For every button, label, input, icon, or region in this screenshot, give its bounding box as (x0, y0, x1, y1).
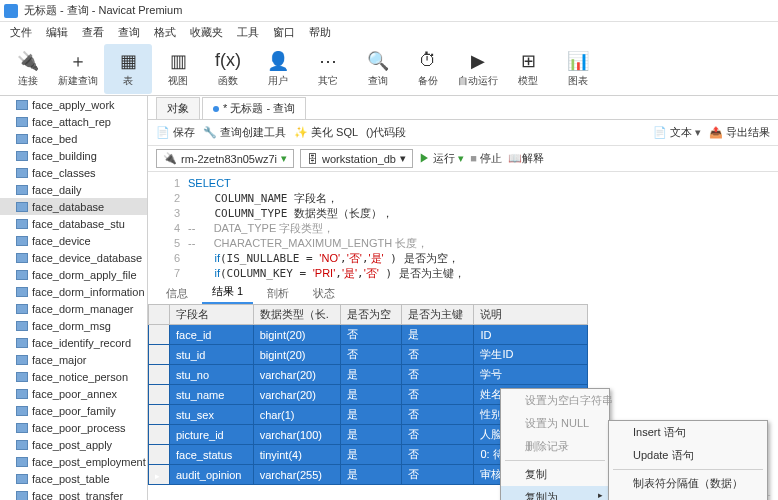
grid-cell[interactable]: 是 (401, 325, 474, 345)
grid-cell[interactable]: 否 (341, 345, 402, 365)
menu-item[interactable]: Update 语句 (609, 444, 767, 467)
tree-item[interactable]: face_device_database (0, 249, 147, 266)
grid-cell[interactable]: stu_sex (170, 405, 254, 425)
grid-cell[interactable]: 否 (401, 445, 474, 465)
grid-cell[interactable]: varchar(255) (253, 465, 340, 485)
toolbar-新建查询[interactable]: ＋新建查询 (54, 44, 102, 94)
run-button[interactable]: ▶ 运行 ▾ (419, 151, 464, 166)
grid-cell[interactable]: 学生ID (474, 345, 588, 365)
grid-cell[interactable]: 否 (341, 325, 402, 345)
menu-item[interactable]: 复制为 (501, 486, 609, 500)
grid-header[interactable]: 是否为空 (341, 305, 402, 325)
grid-cell[interactable]: 否 (401, 425, 474, 445)
tree-item[interactable]: face_poor_process (0, 419, 147, 436)
grid-cell[interactable]: bigint(20) (253, 325, 340, 345)
context-submenu[interactable]: Insert 语句Update 语句制表符分隔值（数据）制表符分隔值（字段名）制… (608, 420, 768, 500)
grid-cell[interactable]: 是 (341, 465, 402, 485)
tree-item[interactable]: face_post_transfer (0, 487, 147, 500)
menu-编辑[interactable]: 编辑 (40, 23, 74, 42)
grid-cell[interactable]: 否 (401, 385, 474, 405)
tree-item[interactable]: face_bed (0, 130, 147, 147)
tree-item[interactable]: face_dorm_information (0, 283, 147, 300)
grid-cell[interactable]: 是 (341, 365, 402, 385)
tree-item[interactable]: face_daily (0, 181, 147, 198)
menu-item[interactable]: Insert 语句 (609, 421, 767, 444)
grid-cell[interactable]: varchar(20) (253, 385, 340, 405)
toolbar-备份[interactable]: ⏱备份 (404, 44, 452, 94)
toolbar-自动运行[interactable]: ▶自动运行 (454, 44, 502, 94)
server-combo[interactable]: 🔌 rm-2zetn83n05wz7i ▾ (156, 149, 294, 168)
grid-header[interactable]: 字段名 (170, 305, 254, 325)
grid-cell[interactable]: 是 (341, 405, 402, 425)
grid-cell[interactable]: 否 (401, 345, 474, 365)
toolbar-其它[interactable]: ⋯其它 (304, 44, 352, 94)
grid-cell[interactable]: tinyint(4) (253, 445, 340, 465)
toolbar-函数[interactable]: f(x)函数 (204, 44, 252, 94)
export-button[interactable]: 📤导出结果 (709, 125, 770, 140)
text-mode[interactable]: 📄 文本 ▾ (653, 125, 701, 140)
grid-cell[interactable]: ID (474, 325, 588, 345)
tree-item[interactable]: face_identify_record (0, 334, 147, 351)
grid-cell[interactable]: face_id (170, 325, 254, 345)
menu-工具[interactable]: 工具 (231, 23, 265, 42)
grid-cell[interactable]: bigint(20) (253, 345, 340, 365)
snippet-button[interactable]: ()代码段 (366, 125, 406, 140)
tree-item[interactable]: face_notice_person (0, 368, 147, 385)
grid-cell[interactable]: 学号 (474, 365, 588, 385)
tree-item[interactable]: face_database_stu (0, 215, 147, 232)
tree-item[interactable]: face_apply_work (0, 96, 147, 113)
grid-cell[interactable]: char(1) (253, 405, 340, 425)
grid-cell[interactable]: stu_name (170, 385, 254, 405)
menu-item[interactable]: 制表符分隔值（字段名） (609, 495, 767, 500)
tree-item[interactable]: face_attach_rep (0, 113, 147, 130)
menu-item[interactable]: 复制 (501, 463, 609, 486)
tree-item[interactable]: face_dorm_apply_file (0, 266, 147, 283)
grid-header[interactable]: 数据类型（长. (253, 305, 340, 325)
grid-cell[interactable]: stu_id (170, 345, 254, 365)
toolbar-用户[interactable]: 👤用户 (254, 44, 302, 94)
menu-查看[interactable]: 查看 (76, 23, 110, 42)
tree-item[interactable]: face_poor_family (0, 402, 147, 419)
grid-cell[interactable]: 是 (341, 385, 402, 405)
toolbar-查询[interactable]: 🔍查询 (354, 44, 402, 94)
menu-文件[interactable]: 文件 (4, 23, 38, 42)
explain-button[interactable]: 📖解释 (508, 151, 544, 166)
query-builder-button[interactable]: 🔧 查询创建工具 (203, 125, 286, 140)
context-menu[interactable]: 设置为空白字符串设置为 NULL删除记录复制复制为粘贴显示 (500, 388, 610, 500)
database-combo[interactable]: 🗄 workstation_db ▾ (300, 149, 413, 168)
tree-item[interactable]: face_building (0, 147, 147, 164)
toolbar-连接[interactable]: 🔌连接 (4, 44, 52, 94)
tree-item[interactable]: face_post_table (0, 470, 147, 487)
tree-item[interactable]: face_post_employment (0, 453, 147, 470)
menu-格式[interactable]: 格式 (148, 23, 182, 42)
grid-cell[interactable]: varchar(20) (253, 365, 340, 385)
menu-收藏夹[interactable]: 收藏夹 (184, 23, 229, 42)
result-tab[interactable]: 状态 (303, 283, 345, 304)
grid-cell[interactable]: 是 (341, 425, 402, 445)
menu-item[interactable]: 制表符分隔值（数据） (609, 472, 767, 495)
grid-cell[interactable]: face_status (170, 445, 254, 465)
result-tab[interactable]: 结果 1 (202, 281, 253, 304)
tree-item[interactable]: face_poor_annex (0, 385, 147, 402)
grid-cell[interactable]: 否 (401, 405, 474, 425)
toolbar-图表[interactable]: 📊图表 (554, 44, 602, 94)
grid-cell[interactable]: varchar(100) (253, 425, 340, 445)
menu-查询[interactable]: 查询 (112, 23, 146, 42)
tree-item[interactable]: face_device (0, 232, 147, 249)
sql-editor[interactable]: 1SELECT 2 COLUMN_NAME 字段名， 3 COLUMN_TYPE… (148, 172, 778, 282)
grid-cell[interactable]: 否 (401, 365, 474, 385)
tree-item[interactable]: face_major (0, 351, 147, 368)
tab[interactable]: 对象 (156, 97, 200, 119)
toolbar-视图[interactable]: ▥视图 (154, 44, 202, 94)
tree-item[interactable]: face_classes (0, 164, 147, 181)
grid-cell[interactable]: 否 (401, 465, 474, 485)
grid-cell[interactable]: 是 (341, 445, 402, 465)
menu-帮助[interactable]: 帮助 (303, 23, 337, 42)
result-tab[interactable]: 剖析 (257, 283, 299, 304)
tab[interactable]: * 无标题 - 查询 (202, 97, 306, 119)
menu-窗口[interactable]: 窗口 (267, 23, 301, 42)
grid-cell[interactable]: stu_no (170, 365, 254, 385)
beautify-button[interactable]: ✨美化 SQL (294, 125, 358, 140)
grid-cell[interactable]: audit_opinion (170, 465, 254, 485)
grid-cell[interactable]: picture_id (170, 425, 254, 445)
